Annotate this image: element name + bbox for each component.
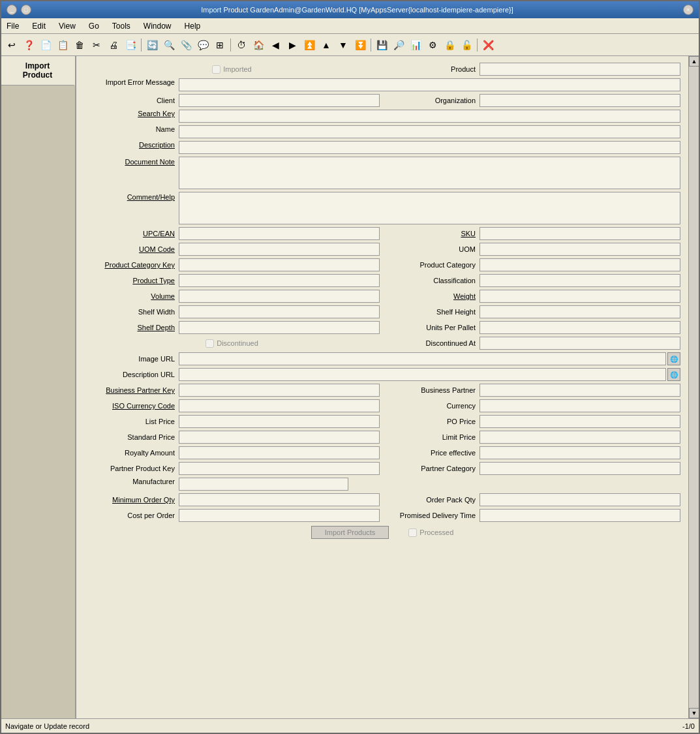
shelf-height-input[interactable] (479, 305, 680, 318)
volume-input[interactable] (179, 290, 380, 303)
name-input[interactable] (179, 125, 680, 138)
up-button[interactable]: ▲ (318, 37, 334, 53)
client-input[interactable] (179, 94, 380, 107)
promised-delivery-input[interactable] (479, 509, 680, 522)
product-category-key-input[interactable] (179, 258, 380, 271)
prev-button[interactable]: ◀ (267, 37, 283, 53)
back-button[interactable]: ↩ (4, 37, 20, 53)
menu-go[interactable]: Go (86, 20, 102, 32)
description-input[interactable] (179, 141, 680, 154)
search-key-input[interactable] (179, 110, 680, 123)
image-url-input[interactable] (179, 352, 666, 365)
discontinued-checkbox[interactable] (205, 339, 214, 348)
scroll-down-button[interactable]: ▼ (689, 708, 699, 718)
uom-input[interactable] (479, 243, 680, 256)
po-price-group: PO Price (382, 414, 683, 429)
image-url-browse-button[interactable]: 🌐 (667, 352, 680, 365)
menu-file[interactable]: File (4, 20, 22, 32)
po-price-input[interactable] (479, 415, 680, 428)
image-url-label: Image URL (84, 355, 179, 363)
bp-key-input[interactable] (179, 384, 380, 397)
list-price-input[interactable] (179, 415, 380, 428)
zoom-button[interactable]: 🔎 (391, 37, 406, 53)
partner-product-key-input[interactable] (179, 462, 380, 475)
shelf-width-label: Shelf Width (84, 308, 179, 316)
description-url-input[interactable] (179, 368, 666, 381)
manufacturer-input[interactable] (179, 478, 348, 491)
history-button[interactable]: ⏱ (234, 37, 249, 53)
lock-button[interactable]: 🔒 (442, 37, 457, 53)
units-per-pallet-input[interactable] (479, 321, 680, 334)
menu-help[interactable]: Help (182, 20, 204, 32)
chat-button[interactable]: 💬 (195, 37, 211, 53)
classification-label: Classification (385, 277, 479, 284)
menu-tools[interactable]: Tools (110, 20, 133, 32)
scroll-up-button[interactable]: ▲ (689, 56, 699, 67)
refresh-button[interactable]: 🔄 (144, 37, 160, 53)
save-button[interactable]: 💾 (374, 37, 389, 53)
print2-button[interactable]: 📑 (123, 37, 138, 53)
promised-delivery-group: Promised Delivery Time (382, 508, 683, 523)
shelf-depth-input[interactable] (179, 321, 380, 334)
report-button[interactable]: 📊 (408, 37, 423, 53)
lock2-button[interactable]: 🔓 (459, 37, 474, 53)
menu-view[interactable]: View (56, 20, 78, 32)
menu-edit[interactable]: Edit (29, 20, 48, 32)
help-button[interactable]: ❓ (21, 37, 37, 53)
product-input[interactable] (479, 63, 680, 76)
description-url-browse-button[interactable]: 🌐 (667, 368, 680, 381)
attach-button[interactable]: 📎 (178, 37, 194, 53)
document-note-textarea[interactable] (179, 157, 680, 189)
first-button[interactable]: ⏫ (301, 37, 317, 53)
upc-ean-input[interactable] (179, 227, 380, 240)
uom-code-input[interactable] (179, 243, 380, 256)
product-category-input[interactable] (479, 258, 680, 271)
delete-button[interactable]: 🗑 (72, 37, 87, 53)
organization-input[interactable] (479, 94, 680, 107)
last-button[interactable]: ⏬ (352, 37, 368, 53)
order-pack-qty-input[interactable] (479, 493, 680, 506)
cut-button[interactable]: ✂ (89, 37, 104, 53)
royalty-amount-input[interactable] (179, 446, 380, 459)
product-type-input[interactable] (179, 274, 380, 287)
down-button[interactable]: ▼ (335, 37, 351, 53)
home-button[interactable]: 🏠 (251, 37, 266, 53)
import-products-button[interactable]: Import Products (311, 526, 389, 539)
partner-category-input[interactable] (479, 462, 680, 475)
scroll-track[interactable] (689, 67, 699, 708)
sku-input[interactable] (479, 227, 680, 240)
imported-checkbox[interactable] (212, 65, 221, 74)
sidebar-item-import-product[interactable]: ImportProduct (1, 56, 75, 85)
workflow-button[interactable]: ⚙ (425, 37, 440, 53)
comment-help-textarea[interactable] (179, 192, 680, 224)
find-button[interactable]: 🔍 (161, 37, 177, 53)
processed-checkbox[interactable] (408, 528, 417, 537)
grid-button[interactable]: ⊞ (212, 37, 228, 53)
shelf-depth-label: Shelf Depth (84, 324, 179, 331)
limit-price-input[interactable] (479, 431, 680, 444)
title-bar-buttons: × (683, 5, 693, 15)
copy-button[interactable]: 📋 (55, 37, 70, 53)
close-btn[interactable]: × (683, 5, 693, 15)
currency-input[interactable] (479, 399, 680, 412)
standard-price-input[interactable] (179, 431, 380, 444)
classification-input[interactable] (479, 274, 680, 287)
menu-bar: File Edit View Go Tools Window Help (1, 18, 699, 34)
minimize-btn[interactable]: _ (7, 5, 17, 15)
weight-input[interactable] (479, 290, 680, 303)
bp-input[interactable] (479, 384, 680, 397)
restore-btn[interactable]: □ (21, 5, 31, 15)
next-button[interactable]: ▶ (284, 37, 300, 53)
menu-window[interactable]: Window (141, 20, 174, 32)
price-effective-input[interactable] (479, 446, 680, 459)
import-error-input[interactable] (179, 78, 680, 91)
cost-per-order-input[interactable] (179, 509, 380, 522)
min-order-qty-input[interactable] (179, 493, 380, 506)
print-button[interactable]: 🖨 (106, 37, 121, 53)
iso-currency-input[interactable] (179, 399, 380, 412)
organization-label: Organization (385, 97, 479, 104)
discontinued-at-input[interactable] (479, 337, 680, 350)
new-button[interactable]: 📄 (38, 37, 53, 53)
exit-button[interactable]: ❌ (480, 37, 496, 53)
shelf-width-input[interactable] (179, 305, 380, 318)
